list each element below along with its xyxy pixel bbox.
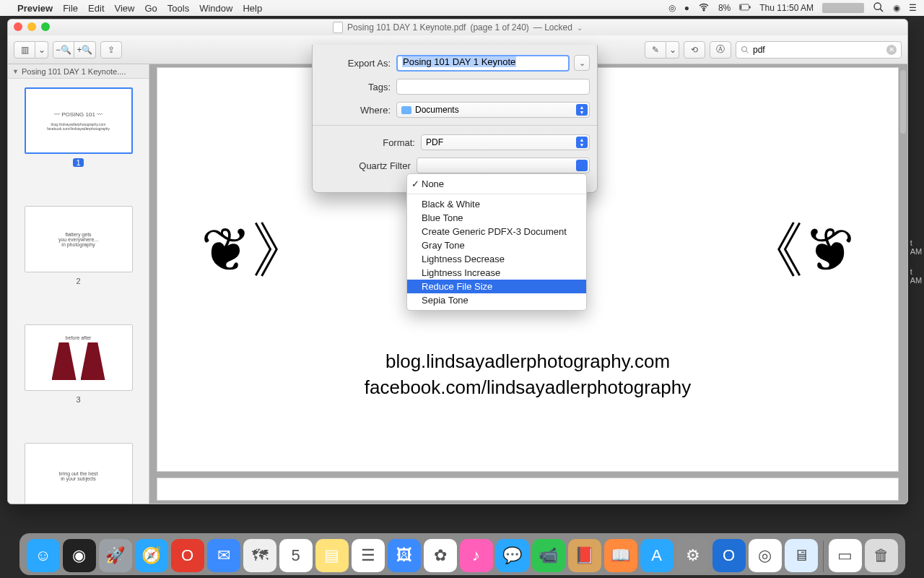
tags-field[interactable] bbox=[396, 79, 590, 95]
menu-edit[interactable]: Edit bbox=[88, 3, 104, 14]
thumbnail[interactable]: flattery getsyou everywhere...in photogr… bbox=[25, 206, 133, 285]
zoom-in-button[interactable]: +🔍 bbox=[74, 41, 96, 59]
menu-item[interactable]: Sepia Tone bbox=[407, 293, 586, 307]
rotate-button[interactable]: ⟲ bbox=[684, 41, 705, 59]
dock-separator bbox=[823, 540, 824, 572]
dock-app-calendar[interactable]: 5 bbox=[279, 539, 313, 572]
menu-view[interactable]: View bbox=[115, 3, 135, 14]
export-as-field[interactable]: Posing 101 DAY 1 Keynote bbox=[396, 55, 570, 72]
dock-app-preview[interactable]: 🖼 bbox=[388, 539, 421, 572]
menu-go[interactable]: Go bbox=[144, 3, 157, 14]
dock-app-sysprefs[interactable]: ⚙ bbox=[676, 539, 710, 572]
chevron-down-icon[interactable]: ⌄ bbox=[577, 24, 583, 32]
expand-save-panel[interactable]: ⌄ bbox=[574, 55, 590, 71]
dock-app-outlook[interactable]: O bbox=[712, 539, 746, 572]
menu-item[interactable]: Gray Tone bbox=[407, 238, 586, 252]
menu-item-none[interactable]: ✓None bbox=[407, 177, 586, 191]
dock-app-chrome[interactable]: ◎ bbox=[749, 539, 782, 572]
titlebar[interactable]: Posing 101 DAY 1 Keynote.pdf (page 1 of … bbox=[8, 20, 907, 35]
disclosure-triangle-icon[interactable]: ▼ bbox=[12, 68, 19, 75]
zoom-out-button[interactable]: −🔍 bbox=[53, 41, 74, 59]
menu-item[interactable]: Lightness Increase bbox=[407, 266, 586, 280]
dock-app-itunes[interactable]: ♪ bbox=[460, 539, 493, 572]
battery-icon[interactable] bbox=[739, 1, 751, 15]
dock-app-messages[interactable]: 💬 bbox=[496, 539, 529, 572]
highlight-chevron[interactable]: ⌄ bbox=[666, 41, 679, 59]
dock-app-mail[interactable]: ✉ bbox=[207, 539, 240, 572]
search-input[interactable] bbox=[753, 45, 883, 55]
dock-app-appstore[interactable]: A bbox=[640, 539, 674, 572]
highlight-button[interactable]: ✎ bbox=[645, 41, 666, 59]
format-label: Format: bbox=[320, 137, 421, 148]
dock-app-contacts[interactable]: 📕 bbox=[568, 539, 601, 572]
spotlight-icon[interactable] bbox=[873, 1, 884, 15]
thumbnail[interactable]: 〰 POSING 101 〰blog.lindsayadlerphotograp… bbox=[25, 87, 133, 167]
next-page-peek[interactable] bbox=[157, 478, 899, 501]
dock-app-reminders[interactable]: ☰ bbox=[352, 539, 385, 572]
dock-app-siri[interactable]: ◉ bbox=[63, 539, 96, 572]
view-mode-segment[interactable]: ▥ ⌄ bbox=[14, 41, 48, 59]
clear-search-icon[interactable]: ✕ bbox=[886, 45, 897, 55]
sidebar-toggle[interactable]: ▥ bbox=[14, 41, 35, 59]
document-icon bbox=[333, 22, 343, 33]
popup-arrows-icon: ▲▼ bbox=[576, 137, 588, 148]
siri-icon[interactable]: ◉ bbox=[893, 3, 900, 13]
dock-app-maps[interactable]: 🗺 bbox=[243, 539, 276, 572]
markup-segment[interactable]: ✎ ⌄ bbox=[645, 41, 679, 59]
user-menu[interactable] bbox=[822, 3, 864, 13]
svg-point-4 bbox=[874, 3, 881, 9]
dock-app-launchpad[interactable]: 🚀 bbox=[99, 539, 132, 572]
thumbnail[interactable]: before after3 bbox=[25, 324, 133, 404]
dock-app-finder[interactable]: ☺ bbox=[27, 539, 60, 572]
sidebar-header[interactable]: ▼ Posing 101 DAY 1 Keynote.... bbox=[8, 64, 149, 79]
view-mode-chevron[interactable]: ⌄ bbox=[35, 41, 48, 59]
search-field[interactable]: ✕ bbox=[736, 41, 902, 59]
window-minimize[interactable] bbox=[27, 22, 36, 31]
menu-file[interactable]: File bbox=[63, 3, 78, 14]
format-popup[interactable]: PDF ▲▼ bbox=[421, 134, 590, 150]
dock-app-screenshot[interactable]: 🖥 bbox=[785, 539, 818, 572]
dock-app-photos[interactable]: ✿ bbox=[424, 539, 457, 572]
title-locked[interactable]: — Locked bbox=[533, 22, 572, 33]
markup-toolbar-button[interactable]: Ⓐ bbox=[710, 41, 731, 59]
sidebar-title: Posing 101 DAY 1 Keynote.... bbox=[22, 67, 126, 76]
menu-item[interactable]: Reduce File Size bbox=[407, 280, 586, 293]
dock-app-ibooks[interactable]: 📖 bbox=[604, 539, 637, 572]
menu-item[interactable]: Blue Tone bbox=[407, 211, 586, 225]
svg-point-0 bbox=[703, 9, 705, 11]
zoom-segment[interactable]: −🔍 +🔍 bbox=[53, 41, 96, 59]
menubar: Preview File Edit View Go Tools Window H… bbox=[0, 0, 924, 16]
notification-center-icon[interactable]: ☰ bbox=[909, 3, 917, 13]
svg-rect-2 bbox=[741, 5, 742, 9]
folder-icon bbox=[401, 106, 411, 114]
menu-item[interactable]: Black & White bbox=[407, 197, 586, 211]
menu-item[interactable]: Create Generic PDFX-3 Document bbox=[407, 225, 586, 238]
cc-icon[interactable]: ◎ bbox=[668, 3, 676, 13]
app-menu[interactable]: Preview bbox=[17, 3, 53, 14]
vertical-scrollbar[interactable] bbox=[900, 70, 906, 134]
page-links: blog.lindsayadlerphotography.com faceboo… bbox=[157, 348, 898, 401]
where-label: Where: bbox=[320, 105, 396, 116]
menu-tools[interactable]: Tools bbox=[167, 3, 189, 14]
dock-app-safari[interactable]: 🧭 bbox=[135, 539, 168, 572]
dock: ☺◉🚀🧭O✉🗺5▤☰🖼✿♪💬📹📕📖A⚙O◎🖥▭🗑 bbox=[0, 533, 924, 575]
dock-app-notes[interactable]: ▤ bbox=[315, 539, 349, 572]
window-zoom[interactable] bbox=[41, 22, 50, 31]
thumbnail[interactable]: bring out the bestin your subjects bbox=[25, 443, 133, 504]
menu-window[interactable]: Window bbox=[199, 3, 232, 14]
share-button[interactable]: ⇪ bbox=[100, 41, 122, 59]
quartz-filter-popup[interactable] bbox=[417, 158, 590, 173]
window-close[interactable] bbox=[14, 22, 22, 31]
dock-app-trash[interactable]: 🗑 bbox=[865, 539, 898, 572]
menu-help[interactable]: Help bbox=[243, 3, 262, 14]
status-dot-icon[interactable]: ● bbox=[684, 3, 689, 13]
dock-app-opera[interactable]: O bbox=[171, 539, 204, 572]
clock[interactable]: Thu 11:50 AM bbox=[759, 3, 814, 13]
where-popup[interactable]: Documents ▲▼ bbox=[396, 102, 590, 118]
dock-app-downloads[interactable]: ▭ bbox=[829, 539, 862, 572]
dock-app-facetime[interactable]: 📹 bbox=[532, 539, 565, 572]
quartz-filter-label: Quartz Filter bbox=[320, 160, 417, 171]
wifi-icon[interactable] bbox=[698, 1, 710, 15]
quartz-filter-menu: ✓NoneBlack & WhiteBlue ToneCreate Generi… bbox=[406, 173, 587, 311]
menu-item[interactable]: Lightness Decrease bbox=[407, 252, 586, 266]
